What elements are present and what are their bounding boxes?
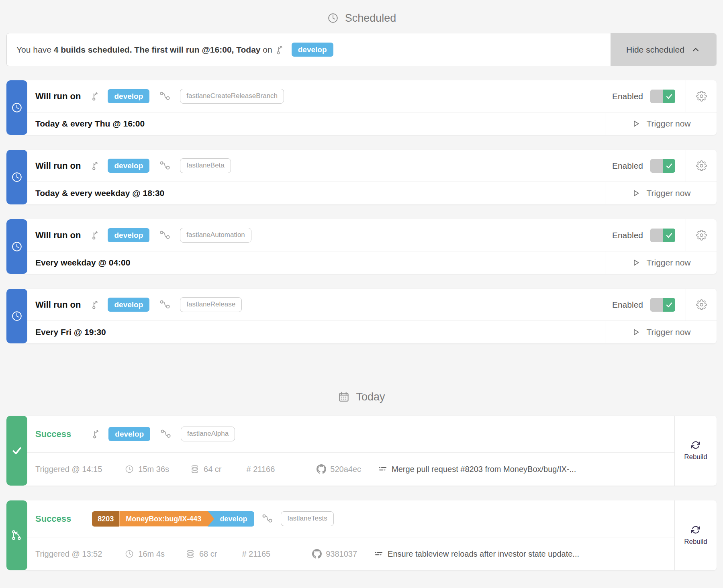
workflow-pill: fastlaneTests <box>281 511 333 526</box>
workflow-icon <box>159 229 171 241</box>
settings-button[interactable] <box>686 80 717 112</box>
rebuild-button[interactable]: Rebuild <box>675 500 717 570</box>
scheduled-build-row: Will run on develop fastlaneRelease Enab… <box>6 289 717 343</box>
coins-stack-icon <box>190 464 200 474</box>
build-duration: 16m 4s <box>125 549 165 559</box>
commit-hash-link[interactable]: 520a4ec <box>317 464 361 474</box>
enabled-toggle[interactable] <box>650 229 675 242</box>
build-number: # 21165 <box>242 549 270 559</box>
workflow-pill: fastlaneAutomation <box>180 228 251 243</box>
commit-hash-value: 9381037 <box>326 549 357 559</box>
workflow-icon <box>159 299 171 311</box>
enabled-toggle[interactable] <box>650 90 675 103</box>
git-branch-icon <box>91 91 102 102</box>
enabled-toggle[interactable] <box>650 159 675 173</box>
toggle-on-half <box>663 229 675 242</box>
enabled-label: Enabled <box>612 161 643 171</box>
triggered-time: Triggered @ 13:52 <box>35 549 102 559</box>
rebuild-label: Rebuild <box>684 453 707 461</box>
scheduled-section-title: Scheduled <box>345 12 396 24</box>
scheduled-summary-text: You have 4 builds scheduled. The first w… <box>7 43 611 57</box>
git-branch-icon <box>276 44 287 55</box>
git-branch-icon <box>91 230 102 241</box>
build-detail-row: Triggered @ 13:52 16m 4s 68 cr # 21165 9… <box>23 537 674 570</box>
scheduled-build-row: Will run on develop fastlaneAutomation E… <box>6 219 717 274</box>
workflow-pill: fastlaneAlpha <box>181 427 235 441</box>
trigger-now-button[interactable]: Trigger now <box>605 112 717 135</box>
workflow-pill: fastlaneRelease <box>180 297 242 312</box>
enabled-toggle[interactable] <box>650 298 675 312</box>
settings-button[interactable] <box>686 150 717 182</box>
success-status-bar <box>6 500 27 570</box>
rebuild-label: Rebuild <box>684 538 707 546</box>
summary-suffix: on <box>261 45 272 55</box>
will-run-on-label: Will run on <box>35 161 81 171</box>
enabled-label: Enabled <box>612 92 643 101</box>
check-icon <box>11 445 23 457</box>
summary-prefix: You have <box>16 45 54 55</box>
build-credits: 68 cr <box>186 549 217 559</box>
commit-hash-link[interactable]: 9381037 <box>312 549 357 559</box>
branch-badge: develop <box>292 43 333 57</box>
toggle-off-half <box>650 298 663 312</box>
trigger-now-button[interactable]: Trigger now <box>605 251 717 274</box>
scheduled-card-bottom: Today & every weekday @ 18:30 Trigger no… <box>23 182 717 204</box>
play-icon <box>631 188 641 198</box>
build-number: # 21166 <box>247 465 275 474</box>
schedule-text: Every weekday @ 04:00 <box>23 258 130 267</box>
commit-message: Ensure tableview reloads after investor … <box>374 549 579 559</box>
settings-button[interactable] <box>686 219 717 251</box>
credits-value: 68 cr <box>199 549 217 559</box>
rebuild-button[interactable]: Rebuild <box>675 416 717 486</box>
build-status-label: Success <box>35 514 71 524</box>
scheduled-build-card: Will run on develop fastlaneBeta Enabled… <box>23 150 717 204</box>
commit-hash-value: 520a4ec <box>330 465 361 474</box>
scheduled-build-card: Will run on develop fastlaneRelease Enab… <box>23 289 717 343</box>
build-credits: 64 cr <box>190 464 221 474</box>
build-row-success[interactable]: Success develop fastlaneAlpha Triggered … <box>6 416 717 486</box>
today-section-header: Today <box>6 384 717 410</box>
scheduled-build-row: Will run on develop fastlaneBeta Enabled… <box>6 150 717 204</box>
git-branch-icon <box>91 160 102 171</box>
check-icon <box>665 301 673 309</box>
scheduled-build-card: Will run on develop fastlaneCreateReleas… <box>23 80 717 135</box>
toggle-on-half <box>663 159 675 173</box>
workflow-icon <box>159 90 171 102</box>
trigger-now-button[interactable]: Trigger now <box>605 182 717 204</box>
schedule-text: Every Fri @ 19:30 <box>23 327 106 337</box>
branch-badge: develop <box>108 427 150 441</box>
enabled-label: Enabled <box>612 300 643 310</box>
play-icon <box>631 327 641 337</box>
branch-badge: develop <box>108 228 149 242</box>
scheduled-status-bar <box>6 219 27 274</box>
scheduled-build-row: Will run on develop fastlaneCreateReleas… <box>6 80 717 135</box>
trigger-now-label: Trigger now <box>646 258 690 267</box>
duration-value: 15m 36s <box>138 465 169 474</box>
scheduled-section-header: Scheduled <box>6 6 717 30</box>
check-icon <box>665 231 673 239</box>
scheduled-card-bottom: Every Fri @ 19:30 Trigger now <box>23 321 717 343</box>
scheduled-status-bar <box>6 289 27 343</box>
hide-scheduled-label: Hide scheduled <box>626 45 684 55</box>
hide-scheduled-button[interactable]: Hide scheduled <box>611 33 716 66</box>
trigger-now-label: Trigger now <box>646 327 690 337</box>
clock-icon <box>11 310 23 322</box>
settings-button[interactable] <box>686 289 717 321</box>
calendar-icon <box>338 391 350 403</box>
build-card: Success 8203 MoneyBox:bug/IX-443 develop… <box>23 500 717 570</box>
trigger-now-button[interactable]: Trigger now <box>605 321 717 343</box>
clock-icon <box>125 464 134 474</box>
git-branch-icon <box>91 299 102 310</box>
check-icon <box>665 92 673 100</box>
will-run-on-label: Will run on <box>35 230 81 241</box>
toggle-off-half <box>650 229 663 242</box>
build-row-success[interactable]: Success 8203 MoneyBox:bug/IX-443 develop… <box>6 500 717 570</box>
build-card-main: Success 8203 MoneyBox:bug/IX-443 develop… <box>23 500 674 570</box>
pull-request-icon <box>11 529 23 541</box>
build-card: Success develop fastlaneAlpha Triggered … <box>23 416 717 486</box>
commit-message-icon <box>374 549 384 559</box>
success-status-bar <box>6 416 27 486</box>
scheduled-card-top: Will run on develop fastlaneRelease Enab… <box>23 289 717 321</box>
will-run-on-label: Will run on <box>35 300 81 310</box>
summary-bold: 4 builds scheduled. The first will run @… <box>54 45 261 55</box>
